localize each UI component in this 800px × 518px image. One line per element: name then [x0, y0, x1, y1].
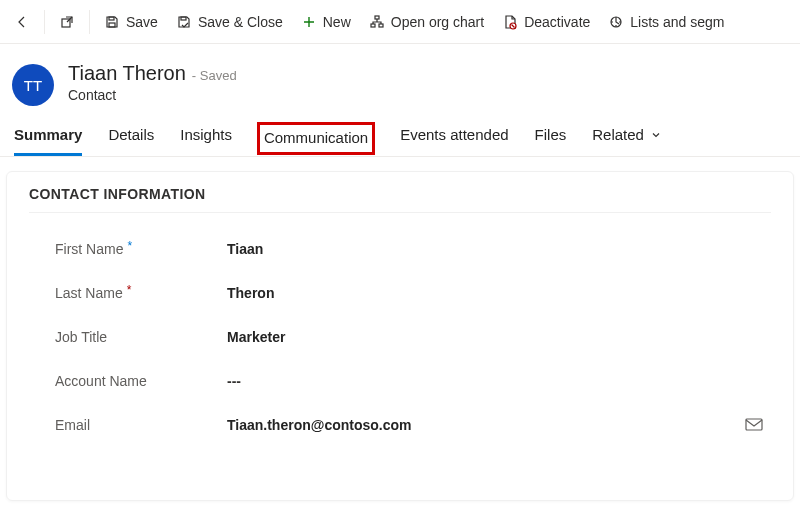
lists-segments-button[interactable]: Lists and segm	[600, 8, 732, 36]
separator	[89, 10, 90, 34]
tab-files-label: Files	[535, 126, 567, 143]
field-account-name[interactable]: Account Name ---	[29, 359, 771, 403]
save-icon	[104, 14, 120, 30]
mail-icon[interactable]	[745, 418, 763, 432]
tab-bar: Summary Details Insights Communication E…	[0, 112, 800, 157]
field-label: Last Name *	[55, 285, 227, 301]
back-button[interactable]	[6, 8, 38, 36]
open-in-new-button[interactable]	[51, 8, 83, 36]
tab-communication[interactable]: Communication	[258, 123, 374, 154]
open-in-new-icon	[59, 14, 75, 30]
title-block: Tiaan Theron - Saved Contact	[68, 62, 237, 103]
field-first-name[interactable]: First Name * Tiaan	[29, 227, 771, 271]
field-last-name[interactable]: Last Name * Theron	[29, 271, 771, 315]
save-close-icon	[176, 14, 192, 30]
contact-information-panel: CONTACT INFORMATION First Name * Tiaan L…	[6, 171, 794, 501]
field-label: Email	[55, 417, 227, 433]
tab-details-label: Details	[108, 126, 154, 143]
tab-summary-label: Summary	[14, 126, 82, 143]
job-title-value: Marketer	[227, 329, 285, 345]
email-value: Tiaan.theron@contoso.com	[227, 417, 412, 433]
field-label: Account Name	[55, 373, 227, 389]
lists-label: Lists and segm	[630, 14, 724, 30]
separator	[44, 10, 45, 34]
account-name-value: ---	[227, 373, 241, 389]
job-title-label: Job Title	[55, 329, 107, 345]
open-org-label: Open org chart	[391, 14, 484, 30]
tab-related[interactable]: Related	[592, 126, 662, 156]
new-label: New	[323, 14, 351, 30]
tab-summary[interactable]: Summary	[14, 126, 82, 156]
save-close-button[interactable]: Save & Close	[168, 8, 291, 36]
field-label: First Name *	[55, 241, 227, 257]
chevron-down-icon	[650, 129, 662, 141]
svg-rect-1	[109, 17, 114, 20]
tab-details[interactable]: Details	[108, 126, 154, 156]
tab-insights-label: Insights	[180, 126, 232, 143]
tab-files[interactable]: Files	[535, 126, 567, 156]
tab-events[interactable]: Events attended	[400, 126, 508, 156]
first-name-label: First Name	[55, 241, 123, 257]
field-label: Job Title	[55, 329, 227, 345]
svg-rect-3	[181, 17, 186, 20]
panel-title: CONTACT INFORMATION	[29, 186, 771, 213]
org-chart-icon	[369, 14, 385, 30]
tab-events-label: Events attended	[400, 126, 508, 143]
deactivate-button[interactable]: Deactivate	[494, 8, 598, 36]
record-header: TT Tiaan Theron - Saved Contact	[0, 44, 800, 112]
lists-icon	[608, 14, 624, 30]
avatar-initials: TT	[24, 77, 42, 94]
required-mark: *	[127, 283, 132, 297]
last-name-label: Last Name	[55, 285, 123, 301]
account-name-label: Account Name	[55, 373, 147, 389]
tab-insights[interactable]: Insights	[180, 126, 232, 156]
svg-rect-4	[375, 16, 379, 19]
deactivate-icon	[502, 14, 518, 30]
back-arrow-icon	[14, 14, 30, 30]
tab-related-label: Related	[592, 126, 644, 143]
saved-indicator: - Saved	[192, 68, 237, 83]
email-label: Email	[55, 417, 90, 433]
recommended-mark: *	[127, 239, 132, 253]
open-org-button[interactable]: Open org chart	[361, 8, 492, 36]
save-label: Save	[126, 14, 158, 30]
svg-rect-6	[379, 24, 383, 27]
svg-rect-9	[746, 419, 762, 430]
new-button[interactable]: New	[293, 8, 359, 36]
deactivate-label: Deactivate	[524, 14, 590, 30]
svg-rect-5	[371, 24, 375, 27]
field-job-title[interactable]: Job Title Marketer	[29, 315, 771, 359]
last-name-value: Theron	[227, 285, 274, 301]
avatar: TT	[12, 64, 54, 106]
record-title: Tiaan Theron	[68, 62, 186, 85]
plus-icon	[301, 14, 317, 30]
save-button[interactable]: Save	[96, 8, 166, 36]
tab-communication-label: Communication	[264, 129, 368, 146]
first-name-value: Tiaan	[227, 241, 263, 257]
record-subtitle: Contact	[68, 87, 237, 103]
command-bar: Save Save & Close New Open org chart Dea…	[0, 0, 800, 44]
save-close-label: Save & Close	[198, 14, 283, 30]
field-email[interactable]: Email Tiaan.theron@contoso.com	[29, 403, 771, 447]
